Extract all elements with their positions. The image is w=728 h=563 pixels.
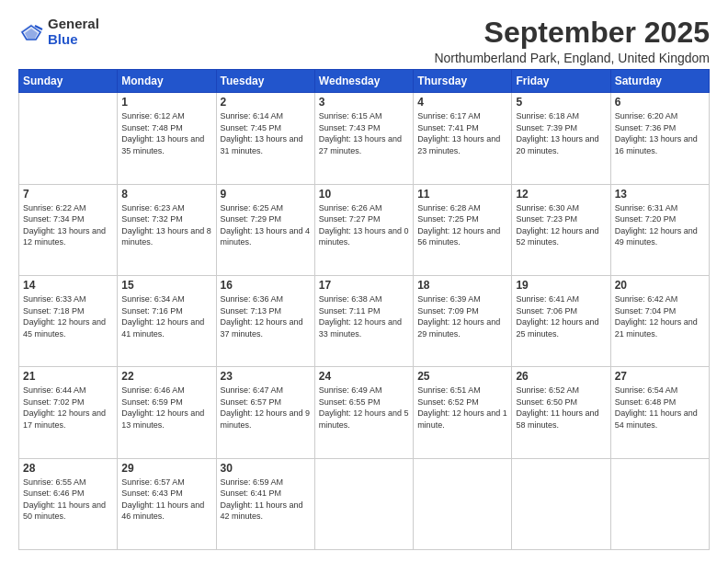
calendar-week-row: 14 Sunrise: 6:33 AMSunset: 7:18 PMDaylig… [19,275,710,366]
day-info: Sunrise: 6:34 AMSunset: 7:16 PMDaylight:… [121,293,211,339]
table-row: 8 Sunrise: 6:23 AMSunset: 7:32 PMDayligh… [118,184,216,275]
day-info: Sunrise: 6:54 AMSunset: 6:48 PMDaylight:… [615,385,705,431]
day-number: 8 [121,188,211,201]
day-info: Sunrise: 6:47 AMSunset: 6:57 PMDaylight:… [221,385,311,431]
table-row: 1 Sunrise: 6:12 AMSunset: 7:48 PMDayligh… [118,93,216,184]
table-row: 3 Sunrise: 6:15 AMSunset: 7:43 PMDayligh… [314,93,413,184]
table-row: 23 Sunrise: 6:47 AMSunset: 6:57 PMDaylig… [216,367,314,458]
col-monday: Monday [118,70,216,93]
calendar-week-row: 21 Sunrise: 6:44 AMSunset: 7:02 PMDaylig… [19,367,710,458]
day-number: 1 [121,96,211,109]
month-title: September 2025 [434,17,710,49]
day-number: 7 [23,188,113,201]
logo-icon [18,22,44,42]
table-row: 12 Sunrise: 6:30 AMSunset: 7:23 PMDaylig… [512,184,610,275]
day-info: Sunrise: 6:36 AMSunset: 7:13 PMDaylight:… [221,293,311,339]
day-info: Sunrise: 6:28 AMSunset: 7:25 PMDaylight:… [417,202,507,248]
day-number: 9 [221,188,311,201]
col-saturday: Saturday [610,70,709,93]
day-info: Sunrise: 6:46 AMSunset: 6:59 PMDaylight:… [121,385,211,431]
table-row: 14 Sunrise: 6:33 AMSunset: 7:18 PMDaylig… [19,275,118,366]
day-number: 4 [417,96,507,109]
table-row: 20 Sunrise: 6:42 AMSunset: 7:04 PMDaylig… [610,275,709,366]
day-number: 15 [121,279,211,292]
table-row: 10 Sunrise: 6:26 AMSunset: 7:27 PMDaylig… [314,184,413,275]
logo-general-label: General [48,17,99,32]
day-number: 24 [319,370,409,383]
day-info: Sunrise: 6:12 AMSunset: 7:48 PMDaylight:… [121,110,211,156]
table-row: 30 Sunrise: 6:59 AMSunset: 6:41 PMDaylig… [216,458,314,549]
table-row: 7 Sunrise: 6:22 AMSunset: 7:34 PMDayligh… [19,184,118,275]
day-info: Sunrise: 6:38 AMSunset: 7:11 PMDaylight:… [319,293,409,339]
table-row: 19 Sunrise: 6:41 AMSunset: 7:06 PMDaylig… [512,275,610,366]
day-info: Sunrise: 6:22 AMSunset: 7:34 PMDaylight:… [23,202,113,248]
day-number: 21 [23,370,113,383]
day-number: 5 [516,96,606,109]
table-row: 27 Sunrise: 6:54 AMSunset: 6:48 PMDaylig… [610,367,709,458]
col-sunday: Sunday [19,70,118,93]
day-number: 12 [516,188,606,201]
day-number: 3 [319,96,409,109]
col-thursday: Thursday [414,70,512,93]
table-row: 29 Sunrise: 6:57 AMSunset: 6:43 PMDaylig… [118,458,216,549]
table-row: 16 Sunrise: 6:36 AMSunset: 7:13 PMDaylig… [216,275,314,366]
calendar-week-row: 1 Sunrise: 6:12 AMSunset: 7:48 PMDayligh… [19,93,710,184]
day-number: 22 [121,370,211,383]
day-info: Sunrise: 6:57 AMSunset: 6:43 PMDaylight:… [121,477,211,523]
table-row: 9 Sunrise: 6:25 AMSunset: 7:29 PMDayligh… [216,184,314,275]
table-row: 18 Sunrise: 6:39 AMSunset: 7:09 PMDaylig… [414,275,512,366]
day-number: 13 [615,188,705,201]
day-number: 29 [121,462,211,475]
table-row: 13 Sunrise: 6:31 AMSunset: 7:20 PMDaylig… [610,184,709,275]
day-info: Sunrise: 6:20 AMSunset: 7:36 PMDaylight:… [615,110,705,156]
logo-blue-label: Blue [48,32,99,48]
table-row [610,458,709,549]
day-number: 28 [23,462,113,475]
day-info: Sunrise: 6:49 AMSunset: 6:55 PMDaylight:… [319,385,409,431]
table-row: 6 Sunrise: 6:20 AMSunset: 7:36 PMDayligh… [610,93,709,184]
day-number: 23 [221,370,311,383]
logo: General Blue [18,17,99,47]
table-row: 2 Sunrise: 6:14 AMSunset: 7:45 PMDayligh… [216,93,314,184]
table-row: 11 Sunrise: 6:28 AMSunset: 7:25 PMDaylig… [414,184,512,275]
day-info: Sunrise: 6:30 AMSunset: 7:23 PMDaylight:… [516,202,606,248]
day-info: Sunrise: 6:59 AMSunset: 6:41 PMDaylight:… [221,477,311,523]
calendar-week-row: 28 Sunrise: 6:55 AMSunset: 6:46 PMDaylig… [19,458,710,549]
table-row: 4 Sunrise: 6:17 AMSunset: 7:41 PMDayligh… [414,93,512,184]
day-number: 27 [615,370,705,383]
day-info: Sunrise: 6:51 AMSunset: 6:52 PMDaylight:… [417,385,507,431]
table-row: 5 Sunrise: 6:18 AMSunset: 7:39 PMDayligh… [512,93,610,184]
weekday-header-row: Sunday Monday Tuesday Wednesday Thursday… [19,70,710,93]
table-row [414,458,512,549]
title-block: September 2025 Northumberland Park, Engl… [434,17,710,65]
day-number: 2 [221,96,311,109]
day-number: 30 [221,462,311,475]
day-number: 20 [615,279,705,292]
logo-text: General Blue [48,17,99,47]
table-row: 15 Sunrise: 6:34 AMSunset: 7:16 PMDaylig… [118,275,216,366]
day-info: Sunrise: 6:15 AMSunset: 7:43 PMDaylight:… [319,110,409,156]
table-row [19,93,118,184]
day-number: 16 [221,279,311,292]
table-row: 26 Sunrise: 6:52 AMSunset: 6:50 PMDaylig… [512,367,610,458]
location-subtitle: Northumberland Park, England, United Kin… [434,51,710,65]
day-number: 19 [516,279,606,292]
day-number: 18 [417,279,507,292]
table-row: 17 Sunrise: 6:38 AMSunset: 7:11 PMDaylig… [314,275,413,366]
day-info: Sunrise: 6:39 AMSunset: 7:09 PMDaylight:… [417,293,507,339]
calendar-week-row: 7 Sunrise: 6:22 AMSunset: 7:34 PMDayligh… [19,184,710,275]
page: General Blue September 2025 Northumberla… [0,0,728,563]
day-number: 17 [319,279,409,292]
day-info: Sunrise: 6:55 AMSunset: 6:46 PMDaylight:… [23,477,113,523]
table-row: 21 Sunrise: 6:44 AMSunset: 7:02 PMDaylig… [19,367,118,458]
table-row: 24 Sunrise: 6:49 AMSunset: 6:55 PMDaylig… [314,367,413,458]
day-number: 10 [319,188,409,201]
day-info: Sunrise: 6:52 AMSunset: 6:50 PMDaylight:… [516,385,606,431]
day-number: 14 [23,279,113,292]
day-info: Sunrise: 6:25 AMSunset: 7:29 PMDaylight:… [221,202,311,248]
day-info: Sunrise: 6:18 AMSunset: 7:39 PMDaylight:… [516,110,606,156]
col-wednesday: Wednesday [314,70,413,93]
day-info: Sunrise: 6:14 AMSunset: 7:45 PMDaylight:… [221,110,311,156]
header: General Blue September 2025 Northumberla… [18,17,710,65]
calendar-table: Sunday Monday Tuesday Wednesday Thursday… [18,69,710,550]
